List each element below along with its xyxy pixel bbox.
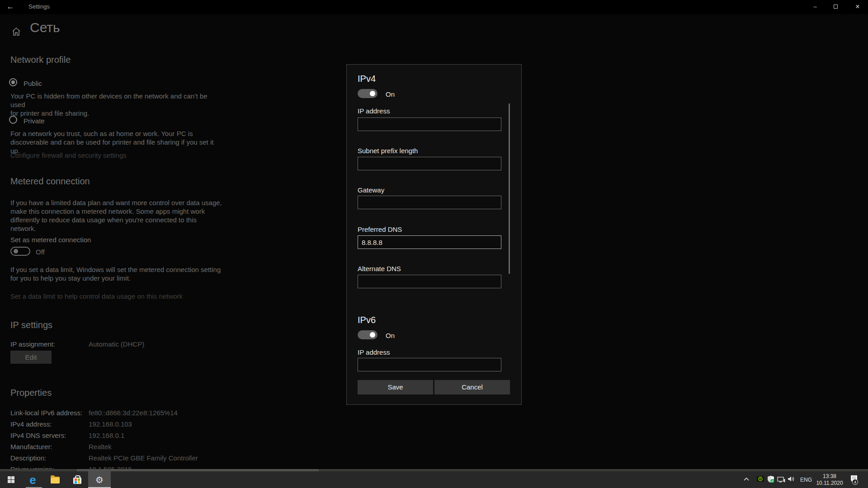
edit-button[interactable]: Edit	[10, 351, 52, 364]
taskbar-explorer-button[interactable]	[44, 471, 66, 488]
tray-time: 13:38	[816, 473, 844, 480]
windows-start-icon	[8, 476, 14, 483]
metered-toggle-knob	[14, 249, 18, 253]
gear-icon: ⚙	[95, 474, 104, 485]
public-description: Your PC is hidden from other devices on …	[10, 92, 223, 117]
radio-public[interactable]	[9, 78, 17, 86]
ipv6-heading: IPv6	[358, 315, 376, 325]
ip-settings-dialog: IPv4 On IP address Subnet prefix length …	[346, 64, 522, 405]
tray-chevron-up-icon[interactable]	[743, 477, 750, 481]
save-button[interactable]: Save	[358, 380, 433, 394]
firewall-settings-link[interactable]: Configure firewall and security settings	[10, 151, 127, 159]
restore-button[interactable]	[826, 0, 846, 14]
metered-heading: Metered connection	[10, 176, 90, 187]
dialog-scrollbar[interactable]	[509, 103, 510, 274]
preferred-dns-input[interactable]	[358, 235, 501, 249]
settings-window: ← Settings – ✕ Сеть Network profile Publ…	[0, 0, 868, 488]
volume-icon[interactable]	[788, 476, 796, 482]
ipv4-toggle-state: On	[386, 90, 395, 98]
data-limit-link[interactable]: Set a data limit to help control data us…	[10, 292, 183, 300]
tray-clock[interactable]: 13:38 10.11.2020	[816, 473, 844, 487]
window-title: Settings	[28, 3, 50, 10]
properties-heading: Properties	[10, 388, 52, 398]
nvidia-icon[interactable]	[757, 476, 764, 482]
subnet-prefix-label: Subnet prefix length	[358, 147, 418, 155]
ipv4-heading: IPv4	[358, 74, 376, 84]
cancel-button[interactable]: Cancel	[434, 380, 510, 394]
tray-date: 10.11.2020	[816, 480, 844, 487]
start-button[interactable]	[0, 471, 22, 488]
ip-assignment-label: IP assignment:	[10, 340, 55, 348]
edge-icon: e	[29, 474, 36, 486]
radio-private[interactable]	[9, 116, 17, 124]
close-button[interactable]: ✕	[847, 0, 868, 14]
close-icon: ✕	[855, 3, 860, 10]
ipv6-toggle[interactable]	[358, 330, 377, 339]
ip-assignment-value: Automatic (DHCP)	[89, 340, 144, 348]
network-icon[interactable]	[777, 477, 785, 483]
ip-settings-heading: IP settings	[10, 320, 52, 330]
page-title: Сеть	[30, 20, 60, 35]
file-explorer-icon	[51, 477, 60, 483]
ip-address-label: IP address	[358, 107, 390, 115]
ipv6-toggle-knob	[370, 332, 375, 338]
metered-toggle-state: Off	[36, 248, 248, 256]
back-button[interactable]: ←	[0, 0, 21, 14]
radio-private-label[interactable]: Private	[24, 117, 45, 125]
alternate-dns-label: Alternate DNS	[358, 265, 401, 272]
ipv4-toggle-knob	[370, 91, 375, 96]
minimize-icon: –	[813, 3, 816, 10]
store-icon	[73, 478, 81, 484]
gateway-input[interactable]	[358, 196, 501, 209]
preferred-dns-label: Preferred DNS	[358, 225, 402, 233]
data-limit-description: If you set a data limit, Windows will se…	[10, 265, 223, 282]
ip-address-input[interactable]	[358, 117, 501, 131]
metered-toggle-label: Set as metered connection	[10, 235, 223, 244]
ipv6-ip-address-label: IP address	[358, 348, 390, 356]
metered-description: If you have a limited data plan and want…	[10, 198, 223, 233]
tray-language[interactable]: ENG	[800, 477, 812, 483]
titlebar: ← Settings – ✕	[0, 0, 868, 14]
metered-toggle[interactable]	[10, 247, 30, 256]
ipv6-toggle-state: On	[386, 332, 395, 339]
back-icon: ←	[7, 2, 14, 11]
security-shield-icon[interactable]	[767, 475, 775, 483]
gateway-label: Gateway	[358, 186, 384, 194]
home-icon[interactable]	[12, 27, 21, 36]
subnet-prefix-input[interactable]	[358, 157, 501, 170]
taskbar-settings-button[interactable]: ⚙	[88, 471, 111, 488]
radio-public-label[interactable]: Public	[24, 80, 42, 87]
taskbar: e ⚙	[0, 471, 868, 488]
taskbar-store-button[interactable]	[66, 471, 88, 488]
radio-public-dot	[11, 80, 15, 84]
ipv4-toggle[interactable]	[358, 89, 377, 98]
network-profile-heading: Network profile	[10, 55, 71, 65]
ipv6-ip-address-input[interactable]	[358, 358, 501, 371]
minimize-button[interactable]: –	[805, 0, 826, 14]
restore-icon	[834, 5, 838, 9]
alternate-dns-input[interactable]	[358, 275, 501, 288]
taskbar-edge-button[interactable]: e	[22, 471, 44, 488]
notification-count-badge: 4	[852, 479, 858, 485]
